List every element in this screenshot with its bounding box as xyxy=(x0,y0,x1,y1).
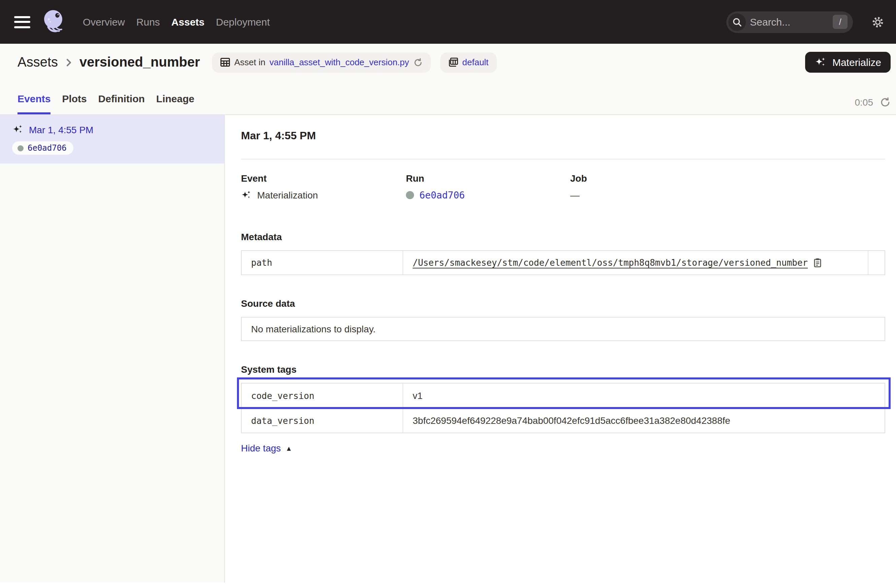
nav-item-deployment[interactable]: Deployment xyxy=(216,16,270,27)
search-input[interactable] xyxy=(746,16,833,27)
materialization-sparkle-icon xyxy=(12,124,24,135)
source-data-section: Source data No materializations to displ… xyxy=(241,298,885,341)
nav-item-assets[interactable]: Assets xyxy=(171,16,204,27)
chevron-right-icon xyxy=(65,57,73,68)
job-value: — xyxy=(570,190,580,201)
tab-definition[interactable]: Definition xyxy=(98,93,145,114)
nav-item-overview[interactable]: Overview xyxy=(83,16,125,27)
top-nav-right: / xyxy=(726,11,885,33)
metadata-table: path /Users/smackesey/stm/code/elementl/… xyxy=(241,250,885,275)
event-list-item-selected[interactable]: Mar 1, 4:55 PM 6e0ad706 xyxy=(0,115,224,164)
app-window: Overview Runs Assets Deployment / xyxy=(0,0,896,588)
caret-up-icon: ▲ xyxy=(285,444,292,452)
metadata-heading: Metadata xyxy=(241,231,885,242)
group-badge: default xyxy=(440,52,497,72)
run-column-label: Run xyxy=(406,173,570,184)
breadcrumb-assets-link[interactable]: Assets xyxy=(17,55,58,70)
table-row-data-version: data_version 3bfc269594ef649228e9a74bab0… xyxy=(242,408,885,433)
refresh-icon[interactable] xyxy=(880,97,891,108)
path-value-link[interactable]: /Users/smackesey/stm/code/elementl/oss/t… xyxy=(413,258,808,268)
search-icon xyxy=(728,13,746,30)
divider xyxy=(241,159,885,160)
system-tags-section: System tags code_version v1 data_version… xyxy=(241,364,885,454)
asset-badge-prefix: Asset in xyxy=(234,57,265,67)
search-box[interactable]: / xyxy=(726,11,853,33)
dagster-logo-icon[interactable] xyxy=(41,8,65,35)
tab-bar: Events Plots Definition Lineage 0:05 xyxy=(17,93,891,114)
materialize-button-label: Materialize xyxy=(832,56,881,68)
sparkle-icon xyxy=(815,56,827,68)
tag-key-cell: data_version xyxy=(242,409,403,433)
reload-code-icon[interactable] xyxy=(413,58,422,67)
table-row-code-version: code_version v1 xyxy=(242,383,885,408)
system-tags-heading: System tags xyxy=(241,364,885,375)
event-type-value: Materialization xyxy=(257,190,318,201)
event-timestamp: Mar 1, 4:55 PM xyxy=(29,124,93,135)
metadata-section: Metadata path /Users/smackesey/stm/code/… xyxy=(241,231,885,275)
event-detail-panel: Mar 1, 4:55 PM Event Materialization xyxy=(225,115,896,583)
table-row: path /Users/smackesey/stm/code/elementl/… xyxy=(242,251,885,275)
source-data-heading: Source data xyxy=(241,298,885,309)
refresh-countdown: 0:05 xyxy=(855,97,873,108)
hide-tags-label: Hide tags xyxy=(241,443,281,453)
event-summary: Event Materialization Run xyxy=(241,173,885,201)
materialization-sparkle-icon xyxy=(241,190,252,201)
materialize-button[interactable]: Materialize xyxy=(805,52,891,73)
nav-item-runs[interactable]: Runs xyxy=(136,16,160,27)
asset-group-icon xyxy=(448,57,458,67)
asset-file-link[interactable]: vanilla_asset_with_code_version.py xyxy=(269,57,409,67)
primary-nav: Overview Runs Assets Deployment xyxy=(83,16,270,27)
asset-page-header: Assets versioned_number Asset xyxy=(0,44,896,115)
tag-value-cell: 3bfc269594ef649228e9a74bab00f042efc91d5a… xyxy=(403,409,885,433)
asset-definition-badge: Asset in vanilla_asset_with_code_version… xyxy=(212,52,431,72)
event-detail-title: Mar 1, 4:55 PM xyxy=(241,130,885,142)
menu-icon[interactable] xyxy=(14,16,30,28)
hide-tags-link[interactable]: Hide tags ▲ xyxy=(241,443,292,453)
run-status-dot xyxy=(17,145,24,151)
search-shortcut-key: / xyxy=(833,15,847,29)
run-id-chip[interactable]: 6e0ad706 xyxy=(12,141,73,155)
tab-plots[interactable]: Plots xyxy=(62,93,87,114)
metadata-key-cell: path xyxy=(242,251,403,275)
group-default-link[interactable]: default xyxy=(462,57,488,67)
event-column-label: Event xyxy=(241,173,406,184)
tab-events[interactable]: Events xyxy=(17,93,50,114)
top-nav: Overview Runs Assets Deployment / xyxy=(0,0,896,44)
job-column-label: Job xyxy=(570,173,587,184)
table-grid-icon xyxy=(220,57,230,67)
run-status-dot xyxy=(406,191,414,199)
page-title: versioned_number xyxy=(79,55,200,70)
system-tags-table: code_version v1 data_version 3bfc269594e… xyxy=(241,383,885,433)
metadata-action-cell xyxy=(868,251,885,275)
event-list-sidebar: Mar 1, 4:55 PM 6e0ad706 xyxy=(0,115,225,583)
tag-value-cell: v1 xyxy=(403,383,885,408)
source-data-empty-message: No materializations to display. xyxy=(241,317,885,341)
tab-lineage[interactable]: Lineage xyxy=(156,93,194,114)
tag-key-cell: code_version xyxy=(242,383,403,408)
copy-icon[interactable] xyxy=(813,258,822,268)
run-id-chip-label: 6e0ad706 xyxy=(27,143,67,153)
breadcrumb: Assets versioned_number Asset xyxy=(17,52,891,73)
run-id-link[interactable]: 6e0ad706 xyxy=(419,190,465,201)
settings-gear-icon[interactable] xyxy=(871,15,885,29)
